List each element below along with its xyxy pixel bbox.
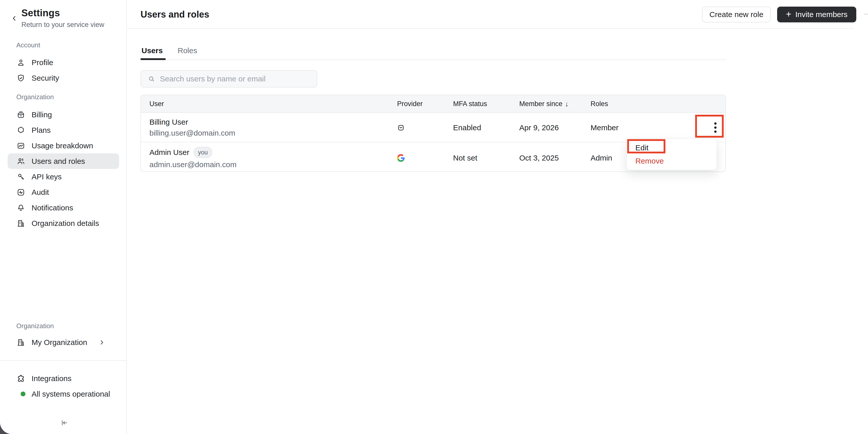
status-dot [16, 390, 26, 399]
roles-cell: Member [591, 113, 619, 142]
header-divider [127, 28, 854, 29]
you-badge: you [193, 147, 213, 158]
chevron-right-icon [98, 339, 105, 346]
mfa-status-cell: Not set [453, 143, 477, 173]
page-title: Users and roles [141, 9, 209, 20]
sidebar-item-label: Usage breakdown [32, 141, 93, 150]
roles-cell: Admin [591, 143, 612, 173]
invite-members-label: Invite members [795, 10, 847, 19]
users-icon [16, 157, 26, 166]
billing-icon [16, 110, 26, 119]
column-header-member-since[interactable]: Member since ↓ [519, 95, 569, 113]
column-header-mfa-status: MFA status [453, 95, 487, 113]
sidebar-item-security[interactable]: Security [8, 70, 119, 86]
settings-app: Settings Return to your service view Acc… [0, 0, 868, 434]
sidebar-item-label: Plans [32, 126, 51, 135]
row-actions-menu: Edit Remove [626, 138, 717, 170]
collapse-sidebar-button[interactable] [58, 417, 69, 428]
main-content: Users and roles Create new role + Invite… [127, 0, 868, 434]
mfa-status-cell: Enabled [453, 113, 481, 142]
sidebar-item-label: Profile [32, 58, 53, 67]
table-header-row: User Provider MFA status Member since ↓ … [141, 95, 725, 113]
sidebar-item-label: My Organization [32, 338, 87, 347]
sidebar-item-notifications[interactable]: Notifications [8, 200, 119, 215]
building-icon [16, 219, 26, 228]
sidebar-item-usage-breakdown[interactable]: Usage breakdown [8, 138, 119, 154]
sidebar-item-plans[interactable]: Plans [8, 122, 119, 138]
user-name: Billing User [149, 118, 188, 127]
key-icon [16, 172, 26, 181]
user-cell: Billing User billing.user@domain.com [149, 113, 235, 142]
search-input[interactable] [160, 74, 308, 83]
member-since-cell: Oct 3, 2025 [519, 143, 559, 173]
back-button[interactable] [9, 13, 19, 24]
sidebar-item-audit[interactable]: Audit [8, 185, 119, 200]
section-label-organization-bottom: Organization [16, 322, 54, 330]
sidebar-item-integrations[interactable]: Integrations [8, 371, 119, 386]
tab-roles[interactable]: Roles [178, 46, 197, 55]
sidebar-item-label: Notifications [32, 203, 73, 212]
user-email: admin.user@domain.com [149, 160, 237, 169]
sidebar-title: Settings [21, 8, 60, 19]
column-header-user: User [149, 95, 164, 113]
tab-users[interactable]: Users [142, 46, 163, 55]
sidebar-item-label: Audit [32, 188, 49, 197]
collapse-arrow-icon [60, 419, 68, 427]
bell-icon [16, 203, 26, 212]
sidebar-item-users-and-roles[interactable]: Users and roles [8, 154, 119, 169]
puzzle-icon [16, 374, 26, 383]
kebab-icon [714, 122, 717, 133]
google-provider-icon [397, 154, 405, 162]
building-icon [16, 338, 26, 347]
sidebar-divider [0, 360, 127, 361]
active-tab-underline [141, 58, 166, 60]
sidebar-item-label: Users and roles [32, 157, 85, 166]
sidebar-item-label: Organization details [32, 219, 99, 228]
section-label-organization: Organization [16, 93, 54, 101]
window-corner [0, 422, 15, 434]
search-box[interactable] [141, 70, 317, 88]
email-provider-icon [397, 124, 405, 132]
sidebar-item-label: Security [32, 74, 59, 82]
menu-item-remove[interactable]: Remove [627, 155, 717, 168]
sidebar-item-billing[interactable]: Billing [8, 107, 119, 122]
audit-activity-icon [16, 188, 26, 197]
user-email: billing.user@domain.com [149, 129, 235, 137]
section-label-account: Account [16, 41, 40, 49]
sidebar-item-label: API keys [32, 172, 62, 181]
user-icon [16, 58, 26, 67]
invite-members-button[interactable]: + Invite members [777, 7, 856, 22]
provider-cell [397, 143, 420, 173]
chevron-left-icon [10, 14, 18, 22]
sidebar-item-label: Integrations [32, 374, 71, 383]
member-since-label: Member since [519, 100, 562, 108]
sidebar-subtitle: Return to your service view [21, 21, 104, 29]
sidebar-item-my-organization[interactable]: My Organization [8, 335, 119, 350]
sidebar-item-organization-details[interactable]: Organization details [8, 215, 119, 231]
plus-icon: + [786, 10, 791, 19]
create-new-role-label: Create new role [709, 10, 764, 19]
hexagon-icon [16, 126, 26, 135]
member-since-cell: Apr 9, 2026 [519, 113, 559, 142]
usage-chart-icon [16, 141, 26, 151]
user-name: Admin User [149, 148, 189, 157]
shield-check-icon [16, 73, 26, 83]
sidebar-item-label: Billing [32, 110, 52, 119]
menu-item-edit[interactable]: Edit [627, 141, 717, 155]
tabs-divider [141, 60, 726, 60]
provider-cell [397, 113, 420, 142]
system-status-item[interactable]: All systems operational [8, 386, 119, 402]
create-new-role-button[interactable]: Create new role [702, 7, 771, 22]
user-cell: Admin User you admin.user@domain.com [149, 143, 237, 173]
column-header-roles: Roles [591, 95, 608, 113]
search-icon [148, 75, 155, 83]
status-label: All systems operational [32, 390, 110, 398]
column-header-provider: Provider [397, 95, 423, 113]
scrollbar-notch [864, 14, 868, 14]
sidebar-item-profile[interactable]: Profile [8, 55, 119, 70]
sort-descending-icon: ↓ [565, 100, 569, 108]
sidebar: Settings Return to your service view Acc… [0, 0, 127, 434]
sidebar-item-api-keys[interactable]: API keys [8, 169, 119, 185]
